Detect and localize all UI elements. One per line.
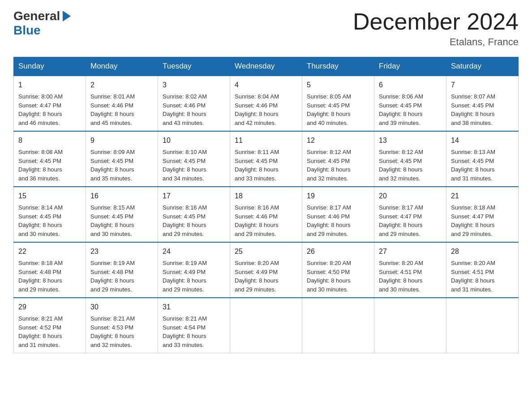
sunrise-text: Sunrise: 8:17 AM — [379, 204, 423, 211]
day-number: 30 — [90, 302, 153, 313]
col-header-friday: Friday — [374, 57, 446, 76]
daylight-text: Daylight: 8 hours — [307, 222, 351, 228]
day-number: 28 — [451, 246, 514, 257]
sunset-text: Sunset: 4:54 PM — [163, 324, 206, 331]
daylight-text2: and 42 minutes. — [235, 120, 276, 126]
sunset-text: Sunset: 4:45 PM — [451, 158, 494, 164]
sunrise-text: Sunrise: 8:12 AM — [379, 149, 423, 155]
day-number: 9 — [90, 135, 153, 146]
sunset-text: Sunset: 4:46 PM — [307, 213, 350, 220]
daylight-text: Daylight: 8 hours — [379, 277, 423, 284]
calendar-cell: 28 Sunrise: 8:20 AM Sunset: 4:51 PM Dayl… — [446, 242, 519, 298]
daylight-text2: and 32 minutes. — [379, 175, 420, 182]
sunset-text: Sunset: 4:45 PM — [163, 213, 206, 220]
daylight-text: Daylight: 8 hours — [163, 111, 206, 117]
sunset-text: Sunset: 4:45 PM — [379, 158, 422, 164]
col-header-saturday: Saturday — [446, 57, 519, 76]
calendar-cell: 18 Sunrise: 8:16 AM Sunset: 4:46 PM Dayl… — [230, 187, 302, 242]
sunset-text: Sunset: 4:45 PM — [379, 102, 422, 109]
sunset-text: Sunset: 4:45 PM — [163, 158, 206, 164]
daylight-text: Daylight: 8 hours — [379, 222, 423, 228]
calendar-cell: 10 Sunrise: 8:10 AM Sunset: 4:45 PM Dayl… — [158, 131, 230, 187]
sunset-text: Sunset: 4:45 PM — [90, 158, 133, 164]
logo-arrow-icon — [62, 10, 72, 22]
day-number: 27 — [379, 246, 442, 257]
sunrise-text: Sunrise: 8:09 AM — [90, 149, 135, 155]
daylight-text: Daylight: 8 hours — [163, 222, 206, 228]
calendar-cell: 22 Sunrise: 8:18 AM Sunset: 4:48 PM Dayl… — [14, 242, 86, 298]
daylight-text: Daylight: 8 hours — [451, 277, 495, 284]
calendar-cell: 3 Sunrise: 8:02 AM Sunset: 4:46 PM Dayli… — [158, 76, 230, 131]
calendar-cell: 23 Sunrise: 8:19 AM Sunset: 4:48 PM Dayl… — [86, 242, 158, 298]
daylight-text2: and 29 minutes. — [163, 286, 204, 293]
sunset-text: Sunset: 4:48 PM — [18, 269, 61, 275]
sunset-text: Sunset: 4:45 PM — [307, 102, 350, 109]
logo-general-text: General — [13, 9, 60, 23]
daylight-text2: and 40 minutes. — [307, 120, 348, 126]
daylight-text: Daylight: 8 hours — [379, 166, 423, 173]
day-number: 8 — [18, 135, 81, 146]
calendar-cell: 8 Sunrise: 8:08 AM Sunset: 4:45 PM Dayli… — [14, 131, 86, 187]
calendar-cell: 30 Sunrise: 8:21 AM Sunset: 4:53 PM Dayl… — [86, 298, 158, 353]
day-number: 18 — [235, 191, 297, 201]
day-number: 13 — [379, 135, 442, 146]
daylight-text2: and 31 minutes. — [18, 342, 60, 348]
daylight-text: Daylight: 8 hours — [235, 222, 279, 228]
daylight-text2: and 30 minutes. — [379, 286, 420, 293]
sunrise-text: Sunrise: 8:01 AM — [90, 93, 135, 100]
calendar-cell: 1 Sunrise: 8:00 AM Sunset: 4:47 PM Dayli… — [14, 76, 86, 131]
sunset-text: Sunset: 4:45 PM — [18, 213, 61, 220]
col-header-tuesday: Tuesday — [158, 57, 230, 76]
daylight-text2: and 32 minutes. — [90, 342, 132, 348]
daylight-text: Daylight: 8 hours — [451, 166, 495, 173]
daylight-text: Daylight: 8 hours — [235, 166, 279, 173]
daylight-text: Daylight: 8 hours — [307, 111, 351, 117]
calendar-cell: 7 Sunrise: 8:07 AM Sunset: 4:45 PM Dayli… — [446, 76, 519, 131]
day-number: 11 — [235, 135, 297, 146]
sunrise-text: Sunrise: 8:21 AM — [18, 315, 63, 322]
calendar-cell: 9 Sunrise: 8:09 AM Sunset: 4:45 PM Dayli… — [86, 131, 158, 187]
sunrise-text: Sunrise: 8:16 AM — [163, 204, 207, 211]
daylight-text: Daylight: 8 hours — [451, 222, 495, 228]
calendar-cell: 25 Sunrise: 8:20 AM Sunset: 4:49 PM Dayl… — [230, 242, 302, 298]
day-number: 12 — [307, 135, 369, 146]
sunset-text: Sunset: 4:45 PM — [90, 213, 133, 220]
sunrise-text: Sunrise: 8:04 AM — [235, 93, 279, 100]
svg-marker-0 — [63, 11, 71, 21]
sunrise-text: Sunrise: 8:20 AM — [235, 260, 279, 266]
sunset-text: Sunset: 4:49 PM — [235, 269, 278, 275]
calendar-cell: 16 Sunrise: 8:15 AM Sunset: 4:45 PM Dayl… — [86, 187, 158, 242]
daylight-text2: and 38 minutes. — [451, 120, 493, 126]
day-number: 19 — [307, 191, 369, 201]
calendar-cell: 17 Sunrise: 8:16 AM Sunset: 4:45 PM Dayl… — [158, 187, 230, 242]
page-header: General Blue December 2024 Etalans, Fran… — [13, 9, 519, 48]
daylight-text2: and 29 minutes. — [235, 231, 276, 237]
sunset-text: Sunset: 4:47 PM — [379, 213, 422, 220]
day-number: 24 — [163, 246, 225, 257]
sunset-text: Sunset: 4:45 PM — [18, 158, 61, 164]
daylight-text: Daylight: 8 hours — [18, 166, 62, 173]
daylight-text2: and 36 minutes. — [18, 175, 60, 182]
daylight-text: Daylight: 8 hours — [379, 111, 423, 117]
day-number: 15 — [18, 191, 81, 201]
daylight-text: Daylight: 8 hours — [90, 277, 134, 284]
daylight-text2: and 39 minutes. — [379, 120, 420, 126]
daylight-text: Daylight: 8 hours — [90, 222, 134, 228]
daylight-text2: and 32 minutes. — [307, 175, 348, 182]
daylight-text2: and 46 minutes. — [18, 120, 60, 126]
day-number: 17 — [163, 191, 225, 201]
sunrise-text: Sunrise: 8:13 AM — [451, 149, 495, 155]
day-number: 5 — [307, 80, 369, 90]
calendar-table: SundayMondayTuesdayWednesdayThursdayFrid… — [13, 57, 519, 353]
sunrise-text: Sunrise: 8:19 AM — [163, 260, 207, 266]
sunset-text: Sunset: 4:45 PM — [451, 102, 494, 109]
day-number: 23 — [90, 246, 153, 257]
day-number: 31 — [163, 302, 225, 313]
calendar-week-row: 15 Sunrise: 8:14 AM Sunset: 4:45 PM Dayl… — [14, 187, 519, 242]
col-header-wednesday: Wednesday — [230, 57, 302, 76]
calendar-cell — [374, 298, 446, 353]
calendar-cell: 11 Sunrise: 8:11 AM Sunset: 4:45 PM Dayl… — [230, 131, 302, 187]
calendar-cell: 13 Sunrise: 8:12 AM Sunset: 4:45 PM Dayl… — [374, 131, 446, 187]
col-header-monday: Monday — [86, 57, 158, 76]
sunrise-text: Sunrise: 8:08 AM — [18, 149, 63, 155]
